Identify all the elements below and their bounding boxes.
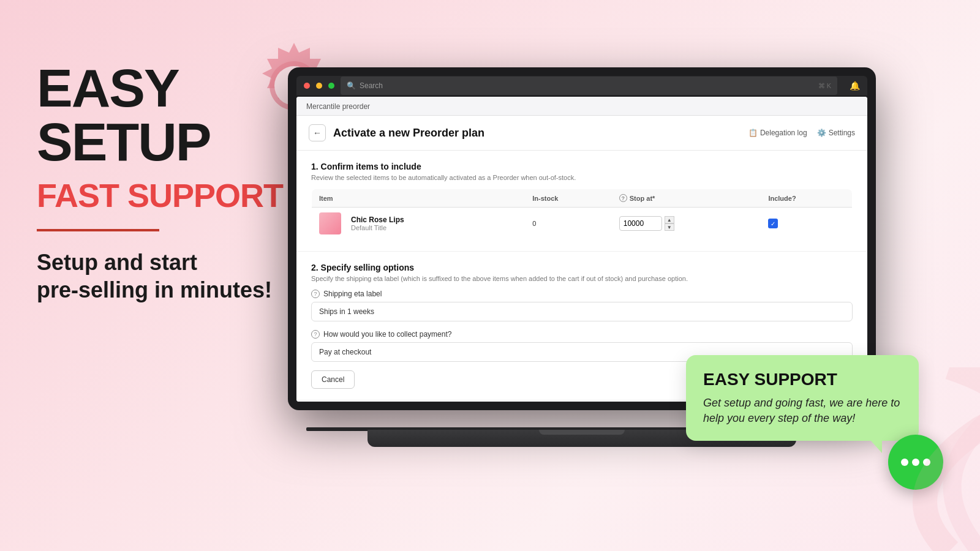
breadcrumb: Mercantile preorder [306,102,370,111]
product-cell: Chic Rose Lips Default Title [312,208,526,240]
col-item: Item [312,189,526,208]
col-in-stock: In-stock [525,189,611,208]
close-dot [304,83,310,89]
payment-help-icon: ? [311,330,320,339]
section2-title: 2. Specify selling options [311,263,853,272]
shipping-help-icon: ? [311,290,320,298]
section1-title: 1. Confirm items to include [311,162,853,171]
notification-icon: 🔔 [850,81,860,91]
page-title: Activate a new Preorder plan [333,127,748,140]
app-header: ← Activate a new Preorder plan 📋 Delegat… [296,116,867,151]
search-placeholder: Search [360,81,815,90]
divider [37,229,159,231]
section1-subtitle: Review the selected items to be automati… [311,174,853,181]
back-button[interactable]: ← [309,124,326,141]
product-name: Chic Rose Lips [351,216,404,224]
fullscreen-dot [328,83,334,89]
headline-setup: SETUP [37,115,294,169]
subtext: Setup and startpre-selling in minutes! [37,249,294,304]
header-actions: 📋 Delegation log ⚙️ Settings [748,129,855,137]
col-stop-at: ? Stop at* [612,189,761,208]
cancel-button[interactable]: Cancel [311,370,355,389]
log-icon: 📋 [748,129,758,137]
stepper-up[interactable]: ▲ [665,216,674,223]
stepper-buttons: ▲ ▼ [665,216,674,231]
breadcrumb-bar: Mercantile preorder [296,97,867,116]
settings-button[interactable]: ⚙️ Settings [817,129,855,137]
payment-label-group: ? How would you like to collect payment? [311,330,853,339]
include-cell: ✓ [761,208,852,240]
search-shortcut: ⌘ K [818,82,831,90]
laptop-base-notch [539,430,625,435]
stepper-down[interactable]: ▼ [665,223,674,231]
search-icon: 🔍 [347,81,356,90]
headline-fast-support: FAST SUPPORT [37,179,294,212]
settings-icon: ⚙️ [817,129,826,137]
shipping-label-title: Shipping eta label [323,290,382,298]
stop-at-help-icon: ? [619,194,627,202]
stop-at-cell: ▲ ▼ [612,208,761,240]
product-variant: Default Title [351,224,404,231]
table-row: Chic Rose Lips Default Title 0 [312,208,853,240]
section2-subtitle: Specify the shipping eta label (which is… [311,275,853,282]
search-bar[interactable]: 🔍 Search ⌘ K [341,77,837,95]
col-include: Include? [761,189,852,208]
left-panel: EASY SETUP FAST SUPPORT Setup and startp… [37,61,294,304]
stop-at-input[interactable] [619,216,662,231]
product-thumbnail [319,212,341,234]
shipping-label-input[interactable] [311,302,853,321]
payment-label-title: How would you like to collect payment? [323,330,451,339]
headline-easy: EASY [37,61,294,115]
in-stock-cell: 0 [525,208,611,240]
swirl-decoration [735,367,980,551]
shipping-label-group: ? Shipping eta label [311,290,853,298]
include-checkbox[interactable]: ✓ [768,219,778,228]
laptop-titlebar: 🔍 Search ⌘ K 🔔 [296,76,867,96]
section-confirm-items: 1. Confirm items to include Review the s… [296,151,867,252]
product-info: Chic Rose Lips Default Title [351,216,404,231]
delegation-log-button[interactable]: 📋 Delegation log [748,129,807,137]
minimize-dot [316,83,322,89]
items-table: Item In-stock ? Stop at* Include? [311,189,853,240]
